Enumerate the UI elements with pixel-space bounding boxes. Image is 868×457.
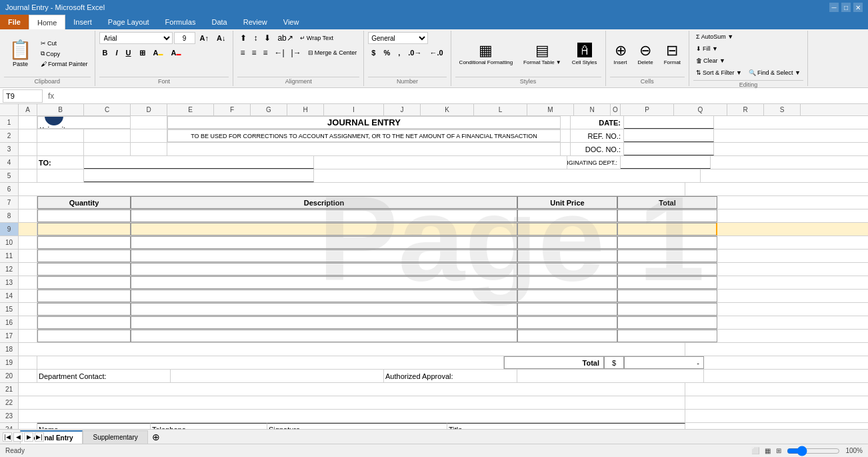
tab-file[interactable]: File [0,15,29,29]
format-table-button[interactable]: ▤ Format Table ▼ [519,35,565,73]
cell-o2[interactable] [561,129,571,142]
cell-empty-4[interactable] [314,156,567,169]
cell-a5[interactable] [19,169,37,182]
cell-unitprice-11[interactable] [517,250,617,262]
cell-a8[interactable] [19,209,37,222]
cell-doc-value[interactable] [624,143,714,155]
cell-a15[interactable] [19,303,37,316]
cell-total-17[interactable] [617,330,717,342]
cell-deptcontact-empty[interactable] [171,370,384,382]
cell-d2[interactable] [131,129,167,142]
delete-button[interactable]: ⊖ Delete [634,35,657,73]
align-right-button[interactable]: ≡ [260,47,270,59]
cell-row23[interactable] [19,410,685,422]
cell-row21[interactable] [19,383,685,396]
cell-desc-13[interactable] [131,276,517,289]
cell-qty-13[interactable] [37,276,131,289]
minimize-button[interactable]: ─ [829,3,839,12]
insert-button[interactable]: ⊕ Insert [610,35,631,73]
increase-indent-button[interactable]: |→ [289,47,304,59]
cell-a10[interactable] [19,236,37,249]
tab-nav-last[interactable]: ▶| [35,432,44,442]
tab-insert[interactable]: Insert [65,15,100,29]
cell-desc-12[interactable] [131,263,517,276]
col-header-p[interactable]: P [621,104,674,115]
cell-unitprice-16[interactable] [517,316,617,329]
cell-to-line2[interactable] [84,169,314,182]
comma-button[interactable]: , [395,47,403,59]
cell-desc-14[interactable] [131,290,517,302]
cell-a3[interactable] [19,143,37,155]
align-top-button[interactable]: ⬆ [237,32,249,44]
col-header-m[interactable]: M [527,104,574,115]
cell-row6[interactable] [19,183,685,195]
cell-unitprice-8[interactable] [517,209,617,222]
cell-c3[interactable] [84,143,131,155]
tab-page-layout[interactable]: Page Layout [100,15,157,29]
cell-empty-19[interactable] [37,356,504,369]
text-angle-button[interactable]: ab↗ [275,32,295,44]
wrap-text-button[interactable]: ↵ Wrap Text [297,33,336,43]
cell-qty-9[interactable] [37,223,131,236]
format-button[interactable]: ⊟ Format [660,35,685,73]
cell-a4[interactable] [19,156,37,169]
col-header-j[interactable]: J [384,104,421,115]
cell-a16[interactable] [19,316,37,329]
tab-nav-first[interactable]: |◀ [3,432,12,442]
font-family-select[interactable]: Arial [99,32,173,44]
col-header-b[interactable]: B [37,104,84,115]
col-header-n[interactable]: N [574,104,611,115]
cell-to-value[interactable] [84,156,314,169]
font-color-button[interactable]: A▬ [167,47,184,59]
cell-unitprice-15[interactable] [517,303,617,316]
cell-total-13[interactable] [617,276,717,289]
cell-b5[interactable] [37,169,84,182]
fill-color-button[interactable]: A▬ [150,47,167,59]
cell-qty-12[interactable] [37,263,131,276]
cell-desc-10[interactable] [131,236,517,249]
autosum-button[interactable]: Σ AutoSum ▼ [693,32,736,41]
cell-b2[interactable] [37,129,84,142]
cell-b3[interactable] [37,143,84,155]
currency-button[interactable]: $ [368,47,379,59]
cell-a12[interactable] [19,263,37,276]
tab-nav-next[interactable]: ▶ [24,432,33,442]
border-button[interactable]: ⊞ [136,47,149,59]
tab-data[interactable]: Data [203,15,235,29]
cell-qty-15[interactable] [37,303,131,316]
cell-unitprice-12[interactable] [517,263,617,276]
cell-empty5[interactable] [314,169,701,182]
cell-total-value-19[interactable]: - [624,356,704,369]
col-header-r[interactable]: R [727,104,764,115]
conditional-formatting-button[interactable]: ▦ Conditional Formatting [455,35,517,73]
cell-date-value[interactable] [624,116,714,129]
cell-a14[interactable] [19,290,37,302]
col-header-e[interactable]: E [167,104,214,115]
col-header-a[interactable]: A [19,104,37,115]
italic-button[interactable]: I [112,47,121,59]
cut-button[interactable]: ✂ Cut [38,39,91,48]
close-button[interactable]: ✕ [853,3,863,12]
merge-center-button[interactable]: ⊟ Merge & Center [305,48,360,57]
cell-date-label[interactable]: DATE: [571,116,624,129]
cell-a7[interactable] [19,196,37,209]
decrease-decimal-button[interactable]: ←.0 [426,47,446,59]
cell-unitprice-13[interactable] [517,276,617,289]
col-header-l[interactable]: L [474,104,527,115]
bold-button[interactable]: B [99,47,111,59]
cell-desc-15[interactable] [131,303,517,316]
cell-ref-value[interactable] [624,129,714,142]
cell-qty-11[interactable] [37,250,131,262]
cell-total-8[interactable] [617,209,717,222]
cell-o3[interactable] [561,143,571,155]
col-header-h[interactable]: H [287,104,324,115]
cell-desc-9[interactable] [131,223,517,236]
cell-desc-16[interactable] [131,316,517,329]
cell-a11[interactable] [19,250,37,262]
align-center-button[interactable]: ≡ [249,47,259,59]
cell-origdept-value[interactable] [621,156,711,169]
cell-total-12[interactable] [617,263,717,276]
cell-authapproval-empty[interactable] [517,370,704,382]
cell-row22[interactable] [19,396,685,409]
cell-a19[interactable] [19,356,37,369]
